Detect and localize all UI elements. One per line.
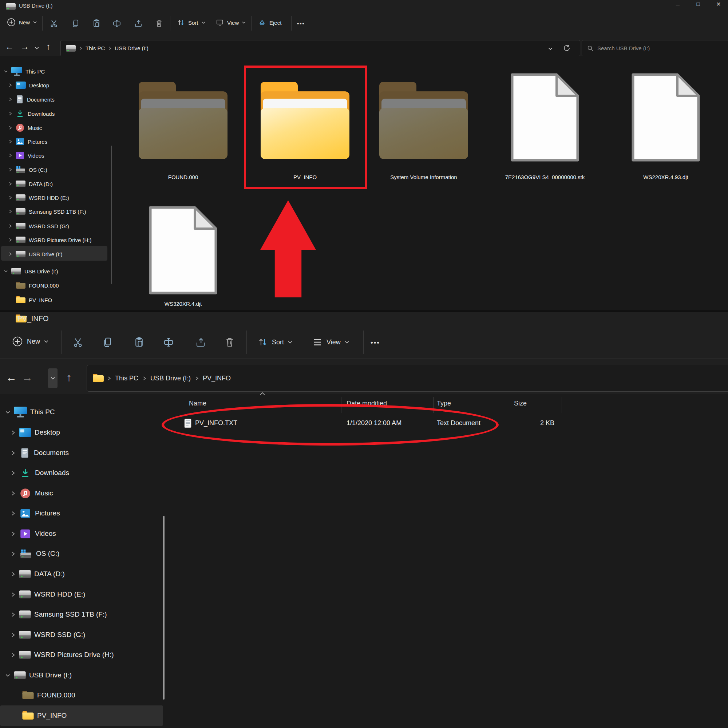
chevron-right-icon[interactable] <box>10 511 16 516</box>
tile-label-ws220[interactable]: WS220XR.4.93.djt <box>607 174 724 180</box>
up-button[interactable]: ↑ <box>46 41 50 52</box>
chevron-right-icon[interactable] <box>8 167 12 172</box>
forward-button[interactable]: → <box>20 41 29 52</box>
chevron-right-icon[interactable] <box>10 652 16 658</box>
chevron-right-icon[interactable] <box>10 551 16 557</box>
recent-locations-button[interactable] <box>34 46 39 50</box>
delete-icon[interactable] <box>155 19 164 28</box>
sidebar-item-pictures[interactable]: Pictures <box>0 504 174 523</box>
chevron-right-icon[interactable] <box>8 83 12 87</box>
sidebar-item-found000[interactable]: FOUND.000 <box>0 278 125 292</box>
file-icon-stk[interactable] <box>509 73 581 162</box>
chevron-right-icon[interactable] <box>10 612 16 617</box>
view-button[interactable]: View <box>312 337 349 348</box>
chevron-right-icon[interactable] <box>8 182 12 186</box>
refresh-icon[interactable] <box>562 44 571 52</box>
chevron-right-icon[interactable] <box>10 572 16 577</box>
recent-locations-button[interactable] <box>48 369 58 388</box>
tile-label-ws320[interactable]: WS320XR.4.djt <box>125 301 241 307</box>
breadcrumb-usb-drive[interactable]: USB Drive (I:) <box>150 375 191 382</box>
sidebar-item-this-pc[interactable]: This PC <box>0 402 169 422</box>
chevron-right-icon[interactable] <box>10 470 16 476</box>
chevron-right-icon[interactable] <box>10 491 16 496</box>
chevron-right-icon[interactable] <box>8 196 12 200</box>
rename-icon[interactable] <box>112 19 121 28</box>
sidebar-item-samsung-ssd-f[interactable]: Samsung SSD 1TB (F:) <box>0 605 174 624</box>
breadcrumb-pvinfo[interactable]: PV_INFO <box>203 375 231 382</box>
chevron-right-icon[interactable] <box>10 531 16 537</box>
chevron-down-icon[interactable] <box>5 673 11 678</box>
breadcrumb-this-pc[interactable]: This PC <box>115 375 138 382</box>
column-header-name[interactable]: Name <box>189 400 206 407</box>
view-button[interactable]: View <box>216 18 246 27</box>
minimize-button[interactable]: – <box>670 1 686 11</box>
forward-button-disabled[interactable]: → <box>22 371 33 384</box>
chevron-right-icon[interactable] <box>8 209 12 214</box>
sidebar-item-usb-drive[interactable]: USB Drive (I:) <box>0 666 169 685</box>
sidebar-item-music[interactable]: Music <box>0 484 174 503</box>
paste-icon[interactable] <box>92 19 101 28</box>
sidebar-item-wsrd-pictures-h[interactable]: WSRD Pictures Drive (H:) <box>0 233 117 247</box>
more-options-button[interactable]: ••• <box>370 338 380 347</box>
search-box[interactable]: Search USB Drive (I:) <box>582 40 728 57</box>
back-button[interactable]: ← <box>6 371 17 384</box>
chevron-right-icon[interactable] <box>10 430 16 435</box>
sidebar-item-desktop[interactable]: Desktop <box>0 78 117 92</box>
new-button[interactable]: New <box>6 17 37 27</box>
chevron-down-icon[interactable] <box>4 69 8 73</box>
tile-label-system-volume[interactable]: System Volume Information <box>366 174 482 180</box>
sidebar-item-videos[interactable]: Videos <box>0 148 117 162</box>
back-button[interactable]: ← <box>5 41 14 52</box>
close-button[interactable]: ✕ <box>711 1 726 11</box>
chevron-right-icon[interactable] <box>10 592 16 597</box>
sidebar-item-music[interactable]: Music <box>0 121 117 135</box>
breadcrumb-this-pc[interactable]: This PC <box>86 45 105 51</box>
delete-icon[interactable] <box>224 337 235 348</box>
column-header-size[interactable]: Size <box>514 400 527 407</box>
chevron-right-icon[interactable] <box>8 112 12 116</box>
sidebar-item-wsrd-ssd-g[interactable]: WSRD SSD (G:) <box>0 626 174 644</box>
sort-button[interactable]: Sort <box>257 337 293 348</box>
file-icon-djt2[interactable] <box>147 206 219 295</box>
rename-icon[interactable] <box>163 337 174 348</box>
sidebar-item-pvinfo[interactable]: PV_INFO <box>0 293 125 307</box>
eject-button[interactable]: Eject <box>258 18 281 27</box>
chevron-right-icon[interactable] <box>8 224 12 228</box>
cut-icon[interactable] <box>72 337 83 348</box>
sidebar-item-videos[interactable]: Videos <box>0 524 174 543</box>
tile-label-found000[interactable]: FOUND.000 <box>125 174 241 180</box>
sidebar-item-documents[interactable]: Documents <box>0 92 117 106</box>
sidebar-item-wsrd-hdd-e[interactable]: WSRD HDD (E:) <box>0 585 174 604</box>
sidebar-item-documents[interactable]: Documents <box>0 444 174 462</box>
sidebar-item-data-d[interactable]: DATA (D:) <box>0 564 174 583</box>
cut-icon[interactable] <box>49 19 58 28</box>
sidebar-item-wsrd-hdd-e[interactable]: WSRD HDD (E:) <box>0 191 117 205</box>
more-options-button[interactable]: ••• <box>297 20 305 27</box>
sidebar-item-usb-drive-selected[interactable]: USB Drive (I:) <box>0 247 117 261</box>
sidebar-scrollbar[interactable] <box>163 516 165 700</box>
chevron-right-icon[interactable] <box>8 139 12 144</box>
chevron-right-icon[interactable] <box>8 153 12 158</box>
chevron-right-icon[interactable] <box>8 252 12 256</box>
sidebar-item-wsrd-ssd-g[interactable]: WSRD SSD (G:) <box>0 219 117 233</box>
tile-label-stk[interactable]: 7E2163OG9VLS4_00000000.stk <box>487 174 603 180</box>
up-button[interactable]: ↑ <box>66 371 72 384</box>
address-bar[interactable]: This PC USB Drive (I:) PV_INFO <box>87 365 728 392</box>
address-dropdown-icon[interactable] <box>548 46 553 51</box>
column-header-type[interactable]: Type <box>437 400 451 407</box>
sidebar-item-this-pc[interactable]: This PC <box>0 64 113 78</box>
chevron-right-icon[interactable] <box>10 450 16 456</box>
sidebar-item-samsung-ssd-f[interactable]: Samsung SSD 1TB (F:) <box>0 205 117 219</box>
sidebar-item-os-c[interactable]: OS (C:) <box>0 163 117 177</box>
folder-found000[interactable] <box>135 82 231 162</box>
chevron-right-icon[interactable] <box>10 632 16 638</box>
chevron-down-icon[interactable] <box>5 410 11 415</box>
breadcrumb-usb-drive[interactable]: USB Drive (I:) <box>115 45 148 51</box>
sidebar-item-desktop[interactable]: Desktop <box>0 423 174 442</box>
sidebar-item-os-c[interactable]: OS (C:) <box>0 544 174 563</box>
chevron-right-icon[interactable] <box>8 125 12 130</box>
paste-icon[interactable] <box>134 337 145 348</box>
sidebar-item-found000[interactable]: FOUND.000 <box>0 686 187 705</box>
sidebar-item-downloads[interactable]: Downloads <box>0 463 174 482</box>
address-bar[interactable]: This PC USB Drive (I:) <box>60 40 580 57</box>
